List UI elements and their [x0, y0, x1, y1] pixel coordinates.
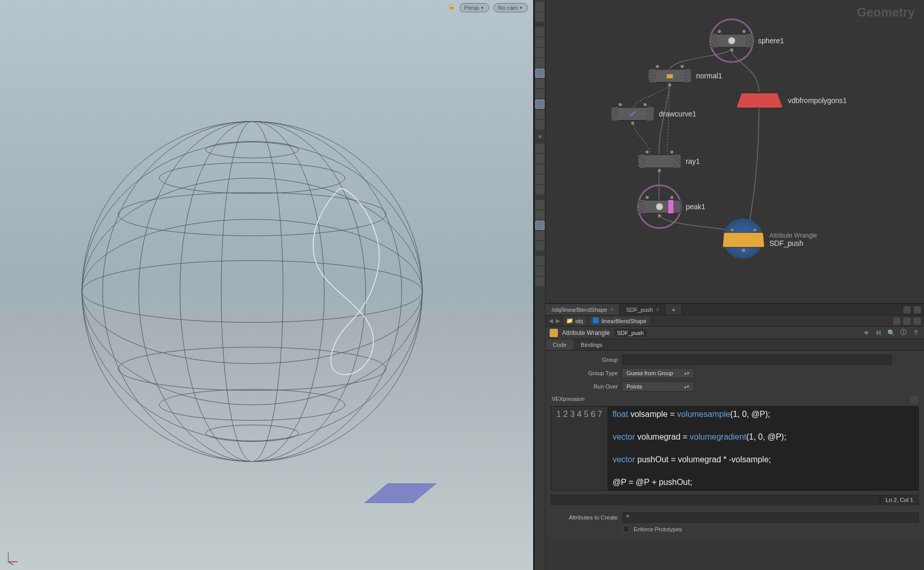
node-peak1[interactable]: peak1	[638, 200, 705, 213]
node-ray1[interactable]: ray1	[638, 155, 700, 168]
svg-point-18	[728, 37, 735, 44]
path-tool-2[interactable]	[903, 317, 911, 325]
tab-sdfpush[interactable]: SDF_push×	[620, 304, 666, 315]
parameter-header: Attribute Wrangle SDF_push ✳ H 🔍 ⓘ ?	[546, 327, 924, 339]
help-icon[interactable]: ?	[912, 329, 920, 337]
group-type-dropdown[interactable]: Guess from Group▴▾	[622, 368, 694, 378]
tool-11[interactable]	[535, 120, 544, 129]
svg-point-11	[206, 142, 299, 158]
svg-point-14	[206, 425, 299, 442]
tool-5[interactable]	[535, 48, 544, 57]
axis-gizmo	[5, 549, 21, 565]
group-menu-icon[interactable]	[897, 356, 905, 364]
tool-13[interactable]	[535, 154, 544, 163]
svg-point-6	[180, 122, 324, 462]
node-name-field[interactable]: SDF_push	[614, 329, 647, 337]
tool-16[interactable]	[535, 185, 544, 194]
pane-tool-2[interactable]	[914, 306, 921, 313]
close-icon[interactable]: ×	[610, 307, 614, 312]
close-icon[interactable]: ×	[656, 307, 659, 312]
pane-tool-1[interactable]	[903, 306, 911, 313]
tab-add[interactable]: +	[666, 304, 682, 315]
svg-rect-19	[667, 74, 673, 78]
tool-21[interactable]	[535, 241, 544, 250]
path-tool-1[interactable]	[893, 317, 900, 325]
pane-tabs: /obj/linearBlendShape× SDF_push× +	[546, 304, 924, 315]
info-icon[interactable]: ⓘ	[899, 329, 908, 337]
tool-12[interactable]	[535, 144, 544, 153]
crumb-root[interactable]: 📁 obj	[563, 316, 586, 325]
nocam-dropdown[interactable]: No cam▾	[493, 3, 528, 12]
node-sdf-push[interactable]: Attribute Wrangle SDF_push	[723, 232, 817, 247]
tool-14[interactable]	[535, 164, 544, 174]
node-sphere1[interactable]: sphere1	[711, 34, 784, 47]
tool-dot[interactable]	[538, 135, 541, 138]
back-icon[interactable]: ◀	[549, 317, 553, 324]
tool-6[interactable]	[535, 58, 544, 68]
path-tool-3[interactable]	[914, 317, 921, 325]
svg-point-5	[221, 122, 283, 462]
code-text[interactable]: float volsample = volumesample(1, 0, @P)…	[607, 407, 918, 490]
tab-linearblendshape[interactable]: /obj/linearBlendShape×	[546, 304, 620, 315]
tool-19[interactable]	[535, 221, 544, 230]
group-select-icon[interactable]	[911, 356, 919, 364]
vex-expand-icon[interactable]	[911, 396, 919, 404]
tool-2[interactable]	[535, 12, 544, 22]
tool-15[interactable]	[535, 175, 544, 184]
group-input[interactable]	[622, 355, 892, 365]
node-vdbfrompolygons1[interactable]: vdbfrompolygons1	[736, 93, 847, 108]
tool-9[interactable]	[535, 99, 544, 109]
tool-3[interactable]	[535, 27, 544, 37]
run-over-dropdown[interactable]: Points▴▾	[622, 381, 694, 392]
cursor-position: Ln 2, Col 1	[880, 495, 919, 505]
lock-icon: 🔒	[448, 3, 455, 12]
camera-dropdown[interactable]: Persp▾	[459, 3, 489, 12]
tool-8[interactable]	[535, 89, 544, 98]
tab-code[interactable]: Code	[546, 339, 573, 350]
tool-4[interactable]	[535, 38, 544, 47]
h-icon[interactable]: H	[874, 329, 883, 337]
crumb-leaf[interactable]: 🟦 linearBlendShape	[589, 316, 650, 325]
wireframe-sphere	[72, 111, 433, 474]
search-icon[interactable]: 🔍	[887, 329, 895, 337]
svg-point-9	[118, 193, 386, 236]
path-bar: ◀ ▶ 📁 obj 🟦 linearBlendShape	[546, 315, 924, 327]
code-gutter: 1 2 3 4 5 6 7	[551, 407, 607, 490]
tool-10[interactable]	[535, 110, 544, 119]
tool-17[interactable]	[535, 200, 544, 209]
context-label: Geometry	[857, 5, 915, 20]
wrangle-icon	[550, 329, 558, 337]
tab-bindings[interactable]: Bindings	[573, 339, 609, 350]
parameter-body: Group Group Type Guess from Group▴▾ Run …	[546, 350, 924, 538]
tool-20[interactable]	[535, 231, 544, 240]
svg-point-20	[656, 203, 663, 210]
attrs-create-input[interactable]: *	[623, 512, 919, 523]
tool-24[interactable]	[535, 277, 544, 286]
tool-1[interactable]	[535, 2, 544, 11]
svg-point-12	[118, 347, 386, 391]
network-view[interactable]: Geometry	[546, 0, 924, 304]
parameter-tabs: Code Bindings	[546, 339, 924, 350]
gear-icon[interactable]: ✳	[862, 329, 870, 337]
tool-22[interactable]	[535, 256, 544, 265]
node-normal1[interactable]: normal1	[649, 69, 722, 82]
shelf-toolbar	[534, 0, 546, 570]
viewport[interactable]: 🔒 Persp▾ No cam▾	[0, 0, 534, 570]
tool-18[interactable]	[535, 210, 544, 220]
node-drawcurve1[interactable]: drawcurve1	[612, 107, 696, 121]
svg-point-7	[139, 122, 366, 462]
snippet-status-field[interactable]	[551, 495, 880, 505]
svg-point-8	[103, 122, 402, 462]
enforce-prototypes-checkbox[interactable]	[623, 526, 630, 532]
tool-23[interactable]	[535, 266, 544, 276]
vex-editor[interactable]: 1 2 3 4 5 6 7 float volsample = volumesa…	[551, 406, 919, 491]
tool-7[interactable]	[535, 79, 544, 88]
fwd-icon[interactable]: ▶	[556, 317, 560, 324]
tool-selected[interactable]	[535, 69, 544, 78]
